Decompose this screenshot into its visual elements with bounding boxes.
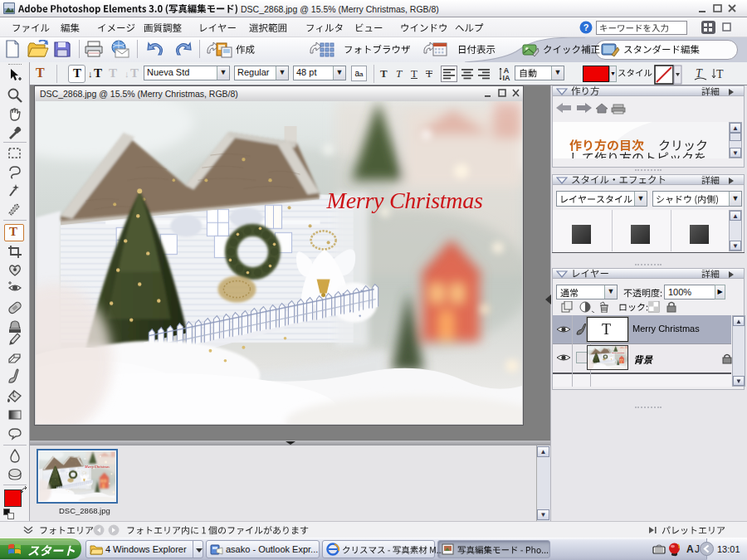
svg-text:Merry Christmas: Merry Christmas	[84, 465, 110, 469]
svg-text:Merry Christmas: Merry Christmas	[611, 352, 625, 353]
svg-text:T: T	[716, 68, 724, 80]
svg-text:IA: IA	[503, 74, 511, 82]
svg-text:?: ?	[583, 22, 589, 32]
svg-text:Merry Christmas: Merry Christmas	[326, 187, 483, 213]
